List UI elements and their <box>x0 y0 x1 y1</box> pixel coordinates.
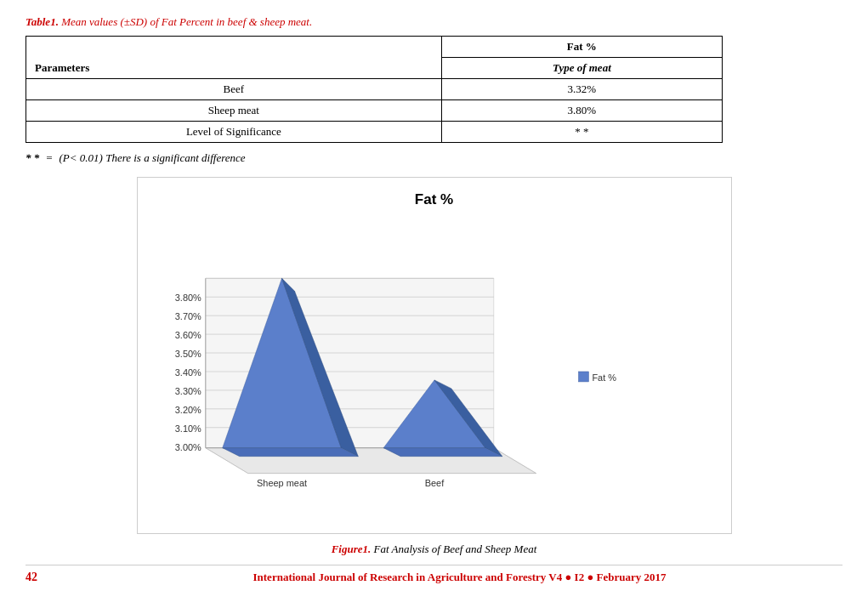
table-cell-value: * * <box>441 122 722 143</box>
table-cell-label: Sheep meat <box>26 100 442 122</box>
chart-container: Fat % <box>137 177 732 534</box>
significance-text: There is a significant difference <box>105 151 245 164</box>
svg-text:3.30%: 3.30% <box>174 386 201 396</box>
svg-text:3.60%: 3.60% <box>174 330 201 340</box>
figure-caption-text: Fat Analysis of Beef and Sheep Meat <box>371 543 536 555</box>
figure-caption: Figure1. Fat Analysis of Beef and Sheep … <box>26 543 842 556</box>
table-cell-value: 3.80% <box>441 100 722 122</box>
footer-bar: 42 International Journal of Research in … <box>26 565 842 584</box>
table-cell-label: Level of Significance <box>26 122 442 143</box>
figure-caption-bold: Figure1. <box>332 543 372 555</box>
svg-text:3.40%: 3.40% <box>174 367 201 378</box>
chart-area: 3.00% 3.10% 3.20% 3.30% 3.40% 3.50% 3.60… <box>155 219 714 508</box>
table-cell-value: 3.32% <box>441 79 722 100</box>
type-of-meat-header: Type of meat <box>441 58 722 79</box>
table-cell-label: Beef <box>26 79 442 100</box>
svg-text:Fat %: Fat % <box>592 372 616 383</box>
svg-text:3.20%: 3.20% <box>174 405 201 415</box>
svg-text:3.80%: 3.80% <box>174 293 201 303</box>
significance-eq: = <box>46 151 54 164</box>
svg-text:Sheep meat: Sheep meat <box>257 478 307 488</box>
svg-marker-23 <box>383 448 502 457</box>
table-caption: Table1. Mean values (±SD) of Fat Percent… <box>26 15 842 29</box>
col1-header: Parameters <box>26 37 442 79</box>
footer-page-number: 42 <box>26 571 77 584</box>
svg-text:Beef: Beef <box>424 478 444 488</box>
data-table: Parameters Fat % Type of meat Beef3.32%S… <box>26 36 723 143</box>
chart-title: Fat % <box>155 191 714 208</box>
table-row: Level of Significance* * <box>26 122 723 143</box>
significance-note: * * = (P< 0.01) There is a significant d… <box>26 151 842 165</box>
table-caption-text: Mean values (±SD) of Fat Percent in beef… <box>59 15 312 28</box>
footer-journal: International Journal of Research in Agr… <box>77 571 842 584</box>
col2-header: Fat % <box>441 37 722 58</box>
svg-text:3.10%: 3.10% <box>174 423 201 434</box>
svg-text:3.00%: 3.00% <box>174 442 201 452</box>
chart-svg: 3.00% 3.10% 3.20% 3.30% 3.40% 3.50% 3.60… <box>155 219 714 508</box>
significance-stars: * * <box>26 151 39 164</box>
significance-pvalue: (P< 0.01) <box>60 151 103 164</box>
table-row: Beef3.32% <box>26 79 723 100</box>
svg-text:3.70%: 3.70% <box>174 311 201 321</box>
svg-marker-20 <box>222 448 358 457</box>
svg-text:3.50%: 3.50% <box>174 349 201 359</box>
svg-rect-35 <box>578 372 588 382</box>
table-caption-bold: Table1. <box>26 15 59 28</box>
table-row: Sheep meat3.80% <box>26 100 723 122</box>
